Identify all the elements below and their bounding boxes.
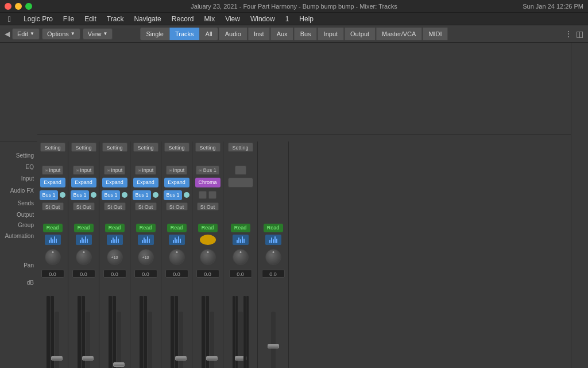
fader-handle[interactable]	[175, 356, 187, 361]
pan-knob-stereo[interactable]	[233, 249, 249, 265]
edit-button[interactable]: Edit ▼	[12, 28, 40, 40]
close-button[interactable]	[5, 3, 11, 10]
back-icon[interactable]: ◀	[5, 30, 10, 38]
fader-handle[interactable]	[113, 362, 125, 367]
automation-btn-bass-ch-in[interactable]: Read	[74, 224, 94, 232]
tracks-view-button[interactable]: Tracks	[169, 28, 200, 40]
bus-btn-middle[interactable]: Bus 1	[102, 190, 120, 200]
input-btn-bass-ch-in[interactable]: ∞ Input	[73, 166, 95, 175]
bus-btn-regular[interactable]: Bus 1	[164, 190, 182, 200]
plugin-icon-bass-rhythm[interactable]	[45, 235, 61, 245]
automation-btn-master[interactable]: Read	[264, 224, 283, 232]
plugin-icon-master[interactable]	[265, 235, 281, 245]
menu-edit[interactable]: Edit	[80, 14, 101, 24]
output-btn-regular[interactable]: St Out	[166, 202, 188, 210]
setting-btn-regular[interactable]: Setting	[164, 143, 189, 152]
expand-btn-bass-ch-in[interactable]: Expand	[71, 178, 96, 187]
output-btn-aux1[interactable]: St Out	[197, 202, 219, 210]
setting-btn-stereo[interactable]: Setting	[228, 143, 253, 152]
automation-btn-upper[interactable]: Read	[136, 224, 156, 232]
top-area	[37, 43, 571, 135]
bus-btn-upper[interactable]: Bus 1	[133, 190, 151, 200]
grid-icon[interactable]: ⋮	[564, 29, 572, 39]
input-btn-bass-rhythm[interactable]: ∞ Input	[42, 166, 64, 175]
input-btn-regular[interactable]: ∞ Input	[166, 166, 188, 175]
single-view-button[interactable]: Single	[140, 28, 169, 40]
input-btn-middle[interactable]: ∞ Input	[104, 166, 126, 175]
output-btn-middle[interactable]: St Out	[104, 202, 126, 210]
menu-window[interactable]: Window	[246, 14, 280, 24]
panel-icon[interactable]: ◫	[576, 29, 583, 39]
mastervca-type-button[interactable]: Master/VCA	[376, 28, 421, 40]
pan-knob-master[interactable]	[265, 249, 281, 265]
chroma-btn-aux1[interactable]: Chroma	[195, 178, 220, 187]
meter-r	[144, 296, 147, 368]
plugin-icon-upper[interactable]	[138, 235, 154, 245]
pan-knob-regular[interactable]	[169, 249, 185, 265]
output-btn-bass-rhythm[interactable]: St Out	[42, 202, 64, 210]
pan-knob-aux1[interactable]	[200, 249, 216, 265]
menu-mix[interactable]: Mix	[199, 14, 219, 24]
all-view-button[interactable]: All	[200, 28, 218, 40]
fader-handle[interactable]	[206, 356, 218, 361]
midi-type-button[interactable]: MIDI	[423, 28, 447, 40]
ch-plugin-middle	[99, 233, 130, 246]
maximize-button[interactable]	[25, 3, 32, 10]
input-btn-aux1[interactable]: ∞ Bus 1	[196, 166, 219, 175]
expand-btn-middle[interactable]: Expand	[102, 178, 127, 187]
plugin-icon-stereo[interactable]	[233, 235, 249, 245]
automation-btn-regular[interactable]: Read	[167, 224, 187, 232]
setting-btn-bass-rhythm[interactable]: Setting	[40, 143, 65, 152]
bus-type-button[interactable]: Bus	[295, 28, 317, 40]
menu-record[interactable]: Record	[167, 14, 199, 24]
expand-btn-bass-rhythm[interactable]: Expand	[40, 178, 65, 187]
pan-knob-upper[interactable]: +10	[138, 249, 154, 265]
pw-bar	[237, 240, 238, 243]
setting-btn-upper[interactable]: Setting	[133, 143, 158, 152]
pan-knob-middle[interactable]: +10	[107, 249, 123, 265]
output-type-button[interactable]: Output	[345, 28, 375, 40]
expand-btn-regular[interactable]: Expand	[164, 178, 189, 187]
bus-btn-bass-ch-in[interactable]: Bus 1	[71, 190, 89, 200]
aux-type-button[interactable]: Aux	[271, 28, 293, 40]
menu-1[interactable]: 1	[281, 14, 294, 24]
pan-label: Pan	[0, 254, 37, 276]
input-btn-upper[interactable]: ∞ Input	[135, 166, 157, 175]
menu-view[interactable]: View	[220, 14, 245, 24]
apple-menu[interactable]: 	[3, 13, 16, 25]
minimize-button[interactable]	[15, 3, 22, 10]
ch-plugin-bass-rhythm	[37, 233, 68, 246]
menu-help[interactable]: Help	[295, 14, 318, 24]
plugin-icon-regular[interactable]	[169, 235, 185, 245]
fader-handle-bass-rhythm[interactable]	[51, 356, 63, 361]
output-btn-bass-ch-in[interactable]: St Out	[73, 202, 95, 210]
automation-btn-middle[interactable]: Read	[105, 224, 125, 232]
setting-btn-aux1[interactable]: Setting	[195, 143, 220, 152]
input-type-button[interactable]: Input	[318, 28, 343, 40]
pan-knob-bass-ch-in[interactable]	[76, 249, 92, 265]
expand-btn-upper[interactable]: Expand	[133, 178, 158, 187]
fader-handle[interactable]	[82, 356, 94, 361]
pan-knob-bass-rhythm[interactable]	[45, 249, 61, 265]
options-button[interactable]: Options ▼	[42, 28, 80, 40]
inst-type-button[interactable]: Inst	[248, 28, 270, 40]
plugin-icon-bass-ch-in[interactable]	[76, 235, 92, 245]
output-btn-upper[interactable]: St Out	[135, 202, 157, 210]
audio-type-button[interactable]: Audio	[219, 28, 247, 40]
setting-btn-middle[interactable]: Setting	[102, 143, 127, 152]
view-button[interactable]: View ▼	[83, 28, 113, 40]
automation-btn-bass-rhythm[interactable]: Read	[43, 224, 63, 232]
automation-btn-aux1[interactable]: Read	[198, 224, 218, 232]
fader-handle-master[interactable]	[268, 344, 279, 348]
ch-group-upper	[130, 212, 161, 222]
setting-btn-bass-ch-in[interactable]: Setting	[71, 143, 96, 152]
menu-file[interactable]: File	[59, 14, 79, 24]
menu-navigate[interactable]: Navigate	[129, 14, 165, 24]
automation-btn-stereo[interactable]: Read	[231, 224, 250, 232]
menu-track[interactable]: Track	[102, 14, 129, 24]
traffic-lights[interactable]	[5, 3, 32, 10]
menu-logic-pro[interactable]: Logic Pro	[19, 14, 57, 24]
bus-btn-bass-rhythm[interactable]: Bus 1	[40, 190, 58, 200]
plugin-icon-middle[interactable]	[107, 235, 123, 245]
input-link-stereo[interactable]	[235, 166, 246, 175]
